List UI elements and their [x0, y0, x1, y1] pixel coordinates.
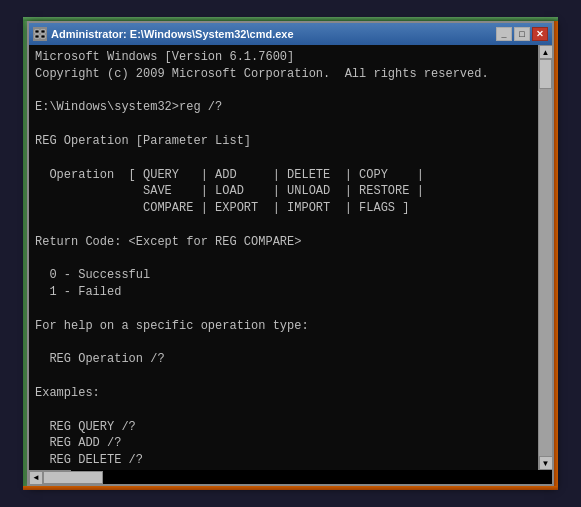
scroll-left-button[interactable]: ◄ — [29, 471, 43, 485]
content-area: Microsoft Windows [Version 6.1.7600] Cop… — [29, 45, 552, 470]
horizontal-scrollbar[interactable]: ◄ ► — [29, 470, 57, 484]
svg-rect-3 — [41, 35, 45, 38]
minimize-button[interactable]: _ — [496, 27, 512, 41]
scrollbar-thumb[interactable] — [539, 59, 552, 89]
right-border — [554, 21, 558, 486]
cmd-window: Administrator: E:\Windows\System32\cmd.e… — [27, 21, 554, 486]
svg-rect-0 — [35, 30, 39, 33]
window-title: Administrator: E:\Windows\System32\cmd.e… — [51, 28, 294, 40]
bottom-bar: ◄ ► — [29, 470, 552, 484]
titlebar: Administrator: E:\Windows\System32\cmd.e… — [29, 23, 552, 45]
maximize-button[interactable]: □ — [514, 27, 530, 41]
window-icon — [33, 27, 47, 41]
scrollbar-track[interactable] — [539, 59, 552, 456]
scroll-down-button[interactable]: ▼ — [539, 456, 553, 470]
titlebar-left: Administrator: E:\Windows\System32\cmd.e… — [33, 27, 294, 41]
horizontal-thumb[interactable] — [43, 471, 103, 484]
vertical-scrollbar[interactable]: ▲ ▼ — [538, 45, 552, 470]
window-controls: _ □ ✕ — [496, 27, 548, 41]
svg-rect-1 — [41, 30, 45, 33]
scroll-up-button[interactable]: ▲ — [539, 45, 553, 59]
terminal-output[interactable]: Microsoft Windows [Version 6.1.7600] Cop… — [29, 45, 538, 470]
close-button[interactable]: ✕ — [532, 27, 548, 41]
bottom-border — [23, 486, 558, 490]
svg-rect-2 — [35, 35, 39, 38]
